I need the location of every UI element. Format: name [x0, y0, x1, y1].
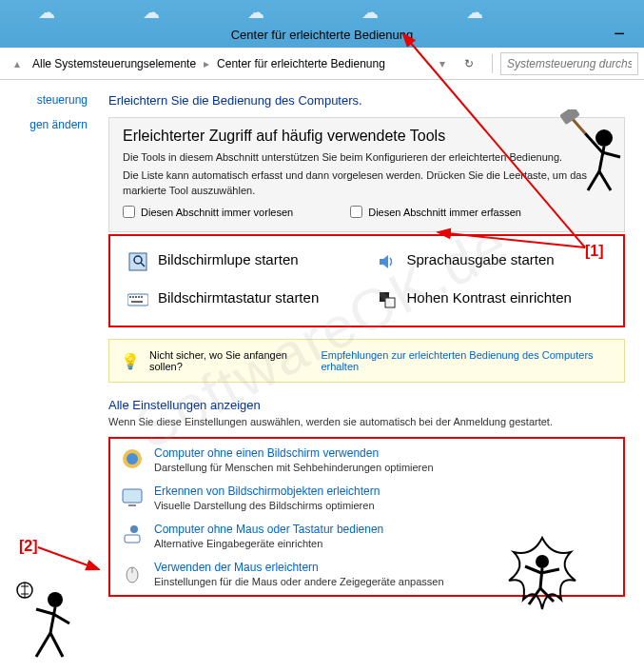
checkbox-read-aloud[interactable]: Diesen Abschnitt immer vorlesen [123, 206, 293, 218]
narrator-icon [377, 251, 398, 272]
setting-link[interactable]: Verwenden der Maus erleichtern [154, 561, 444, 574]
breadcrumb-item[interactable]: Center für erleichterte Bedienung [217, 57, 385, 70]
tool-magnifier[interactable]: Bildschirmlupe starten [127, 251, 358, 272]
checkbox-scan[interactable]: Diesen Abschnitt immer erfassen [350, 206, 521, 218]
setting-desc: Alternative Eingabegeräte einrichten [154, 538, 383, 549]
contrast-icon [377, 289, 398, 310]
svg-rect-4 [129, 296, 131, 298]
sidebar-link[interactable]: gen ändern [0, 118, 88, 131]
recommendations-link[interactable]: Empfehlungen zur erleichterten Bedienung… [321, 349, 613, 372]
section-header: Erleichtern Sie die Bedienung des Comput… [108, 93, 625, 108]
setting-item: Computer ohne Maus oder Tastatur bediene… [120, 523, 614, 549]
setting-item: Erkennen von Bildschirmobjekten erleicht… [120, 484, 614, 511]
svg-rect-16 [125, 535, 140, 543]
panel-title: Erleichterter Zugriff auf häufig verwend… [123, 128, 611, 145]
setting-desc: Einstellungen für die Maus oder andere Z… [154, 576, 444, 587]
refresh-icon[interactable]: ↻ [458, 57, 480, 70]
screen-objects-icon [120, 484, 145, 509]
svg-rect-9 [131, 301, 143, 303]
svg-rect-6 [135, 296, 137, 298]
svg-point-17 [130, 525, 138, 533]
settings-header: Alle Einstellungen anzeigen [108, 398, 625, 412]
svg-rect-8 [141, 296, 143, 298]
tool-label: Hohen Kontrast einrichten [407, 289, 572, 306]
svg-rect-7 [138, 296, 140, 298]
sidebar-link[interactable]: steuerung [0, 93, 88, 107]
main-area: steuerung gen ändern Erleichtern Sie die… [0, 80, 644, 672]
setting-desc: Visuelle Darstellung des Bildschirms opt… [154, 500, 380, 511]
tool-label: Bildschirmlupe starten [158, 251, 299, 267]
cloud-decoration: ☁ ☁ ☁ ☁ ☁ [0, 2, 644, 21]
window-title: Center für erleichterte Bedienung [231, 28, 414, 42]
search-input[interactable] [500, 52, 638, 75]
checkbox-input[interactable] [123, 206, 135, 218]
tool-narrator[interactable]: Sprachausgabe starten [377, 251, 607, 272]
settings-list: Computer ohne einen Bildschirm verwenden… [108, 437, 625, 597]
dropdown-icon[interactable]: ▾ [431, 52, 454, 75]
tool-high-contrast[interactable]: Hohen Kontrast einrichten [377, 289, 607, 310]
setting-item: Computer ohne einen Bildschirm verwenden… [120, 446, 614, 473]
svg-rect-14 [123, 489, 142, 503]
minimize-button[interactable]: − [614, 29, 625, 38]
checkbox-label: Diesen Abschnitt immer erfassen [368, 207, 521, 218]
hint-bar: 💡 Nicht sicher, wo Sie anfangen sollen? … [108, 339, 625, 383]
lightbulb-icon: 💡 [121, 352, 140, 370]
tool-label: Bildschirmtastatur starten [158, 289, 319, 306]
window-titlebar: ☁ ☁ ☁ ☁ ☁ Center für erleichterte Bedien… [0, 0, 644, 48]
tool-onscreen-keyboard[interactable]: Bildschirmtastatur starten [127, 289, 358, 310]
tools-grid: Bildschirmlupe starten Sprachausgabe sta… [108, 234, 625, 327]
svg-rect-5 [132, 296, 134, 298]
svg-rect-3 [127, 294, 148, 306]
breadcrumb-item[interactable]: Alle Systemsteuerungselemente [32, 57, 196, 70]
tool-label: Sprachausgabe starten [407, 251, 555, 267]
hint-text: Nicht sicher, wo Sie anfangen sollen? [149, 349, 311, 372]
no-mouse-icon [120, 523, 145, 547]
no-screen-icon [120, 446, 145, 471]
quick-access-panel: Erleichterter Zugriff auf häufig verwend… [108, 117, 625, 232]
setting-item: Verwenden der Maus erleichtern Einstellu… [120, 561, 614, 587]
svg-rect-15 [128, 504, 136, 506]
checkbox-input[interactable] [350, 206, 362, 218]
content-area: Erleichtern Sie die Bedienung des Comput… [95, 80, 644, 672]
magnifier-icon [127, 251, 148, 272]
setting-link[interactable]: Computer ohne einen Bildschirm verwenden [154, 446, 434, 460]
checkbox-label: Diesen Abschnitt immer vorlesen [141, 207, 293, 218]
mouse-icon [120, 561, 145, 585]
settings-subtext: Wenn Sie diese Einstellungen auswählen, … [108, 416, 625, 427]
svg-rect-11 [385, 298, 395, 307]
setting-desc: Darstellung für Menschen mit Sehbehinder… [154, 462, 434, 473]
panel-description: Die Liste kann automatisch erfasst und d… [123, 168, 611, 198]
setting-link[interactable]: Erkennen von Bildschirmobjekten erleicht… [154, 484, 380, 498]
up-arrow-icon[interactable]: ▴ [6, 52, 29, 75]
sidebar: steuerung gen ändern [0, 80, 95, 672]
breadcrumb-sep-icon: ▸ [204, 57, 209, 70]
panel-description: Die Tools in diesem Abschnitt unterstütz… [123, 150, 611, 165]
setting-link[interactable]: Computer ohne Maus oder Tastatur bediene… [154, 523, 383, 536]
keyboard-icon [127, 289, 148, 310]
svg-point-13 [127, 453, 138, 464]
address-bar: ▴ Alle Systemsteuerungselemente ▸ Center… [0, 48, 644, 80]
